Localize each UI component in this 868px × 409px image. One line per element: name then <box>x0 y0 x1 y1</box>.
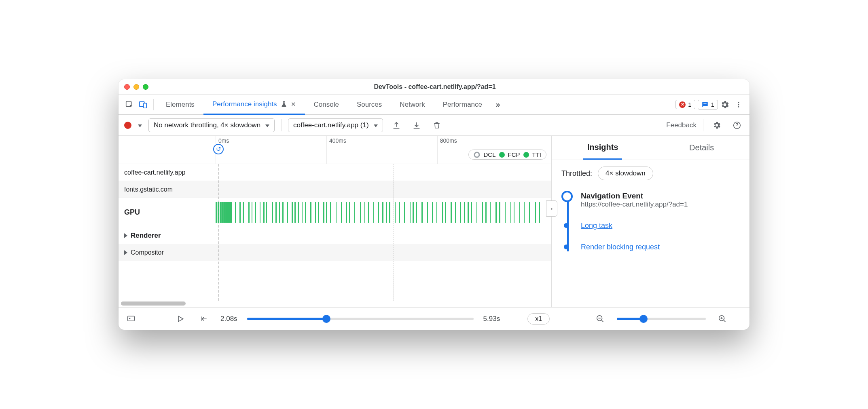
record-button[interactable] <box>124 122 131 129</box>
event-link[interactable]: Render blocking request <box>581 243 660 251</box>
zoom-slider[interactable] <box>617 318 706 320</box>
timeline-rows[interactable]: coffee-cart.netlify.app fonts.gstatic.co… <box>119 164 551 301</box>
expand-triangle-icon[interactable] <box>124 250 127 255</box>
tab-insights[interactable]: Insights <box>583 136 622 160</box>
record-options-dropdown[interactable] <box>138 122 142 129</box>
horizontal-scrollbar[interactable] <box>119 301 551 307</box>
close-tab-icon[interactable]: ✕ <box>291 101 296 108</box>
throttling-label: No network throttling, 4× slowdown <box>154 121 260 129</box>
svg-point-6 <box>738 106 739 107</box>
toggle-device-icon[interactable] <box>136 98 150 112</box>
flask-icon <box>280 100 288 108</box>
insights-event-list: Navigation Event https://coffee-cart.net… <box>561 192 740 251</box>
renderer-row[interactable]: Renderer <box>119 227 551 244</box>
svg-rect-2 <box>144 103 146 108</box>
svg-rect-3 <box>703 103 707 104</box>
marker-label: FCP <box>508 151 520 158</box>
timeline-panel: 0ms 400ms 800ms ↺ DCL FCP TTI <box>119 136 551 307</box>
settings-icon[interactable] <box>718 98 732 112</box>
panel-tabs: Elements Performance insights ✕ Console … <box>119 95 749 115</box>
tab-performance-insights[interactable]: Performance insights ✕ <box>203 95 305 115</box>
tab-console[interactable]: Console <box>305 95 348 114</box>
svg-point-8 <box>474 152 479 157</box>
expand-triangle-icon[interactable] <box>124 233 127 238</box>
network-row[interactable]: fonts.gstatic.com <box>119 181 551 198</box>
maximize-window-button[interactable] <box>143 84 148 90</box>
collapse-panel-button[interactable]: › <box>546 200 557 217</box>
panel-body: 0ms 400ms 800ms ↺ DCL FCP TTI <box>119 136 749 307</box>
ruler-tick: 800ms <box>437 136 459 164</box>
tab-details[interactable]: Details <box>685 137 718 159</box>
window-title: DevTools - coffee-cart.netlify.app/?ad=1 <box>152 83 717 91</box>
errors-badge[interactable]: ✕ 1 <box>675 100 695 109</box>
inspect-element-icon[interactable] <box>123 98 136 112</box>
messages-badge[interactable]: 1 <box>698 100 718 110</box>
svg-point-5 <box>738 104 739 105</box>
marker-dot-icon <box>523 152 529 158</box>
row-label: GPU <box>124 208 216 217</box>
network-row[interactable]: coffee-cart.netlify.app <box>119 164 551 181</box>
insights-toolbar: No network throttling, 4× slowdown coffe… <box>119 115 749 136</box>
import-icon[interactable] <box>410 118 423 132</box>
message-icon <box>701 101 709 108</box>
kebab-menu-icon[interactable] <box>732 98 745 112</box>
details-tabs: Insights Details <box>552 136 749 160</box>
feedback-link[interactable]: Feedback <box>666 121 697 129</box>
close-window-button[interactable] <box>124 84 130 90</box>
recording-select[interactable]: coffee-cart.netlify.app (1) <box>288 118 383 132</box>
play-button[interactable] <box>174 312 187 326</box>
event-url: https://coffee-cart.netlify.app/?ad=1 <box>581 200 740 209</box>
tab-elements[interactable]: Elements <box>157 95 203 114</box>
ruler-tick: 400ms <box>326 136 349 164</box>
compositor-row[interactable]: Compositor <box>119 244 551 261</box>
event-title: Navigation Event <box>581 192 740 200</box>
throttling-select[interactable]: No network throttling, 4× slowdown <box>148 118 275 132</box>
event-render-blocking[interactable]: Render blocking request <box>581 243 740 251</box>
error-icon: ✕ <box>679 101 686 108</box>
row-label: coffee-cart.netlify.app <box>124 169 216 176</box>
export-icon[interactable] <box>390 118 403 132</box>
svg-rect-9 <box>128 316 135 321</box>
tab-sources[interactable]: Sources <box>348 95 391 114</box>
event-navigation[interactable]: Navigation Event https://coffee-cart.net… <box>581 192 740 209</box>
details-panel: › Insights Details Throttled: 4× slowdow… <box>551 136 749 307</box>
marker-label: TTI <box>532 151 542 158</box>
recording-label: coffee-cart.netlify.app (1) <box>293 121 368 129</box>
tab-performance[interactable]: Performance <box>434 95 491 114</box>
zoom-out-icon[interactable] <box>593 312 607 326</box>
playback-footer: 2.08s 5.93s x1 <box>119 307 749 330</box>
svg-point-10 <box>129 318 130 319</box>
delete-icon[interactable] <box>430 118 444 132</box>
skip-start-button[interactable] <box>197 312 211 326</box>
help-icon[interactable] <box>730 118 744 132</box>
chevron-down-icon <box>374 121 378 129</box>
zoom-in-icon[interactable] <box>716 312 729 326</box>
titlebar: DevTools - coffee-cart.netlify.app/?ad=1 <box>119 79 749 95</box>
tab-network[interactable]: Network <box>391 95 434 114</box>
devtools-window: DevTools - coffee-cart.netlify.app/?ad=1… <box>119 79 749 330</box>
timing-markers: DCL FCP TTI <box>468 150 546 160</box>
throttle-value-chip[interactable]: 4× slowdown <box>598 167 653 180</box>
marker-dot-icon <box>474 152 480 158</box>
row-label: fonts.gstatic.com <box>124 186 216 193</box>
svg-point-4 <box>738 102 739 103</box>
panel-settings-icon[interactable] <box>710 118 724 132</box>
row-label: Renderer <box>131 232 212 240</box>
playhead-handle[interactable]: ↺ <box>213 144 224 154</box>
speed-pill[interactable]: x1 <box>527 313 550 325</box>
tab-label: Performance insights <box>212 100 277 108</box>
marker-label: DCL <box>483 151 495 158</box>
gpu-row[interactable]: GPU <box>119 198 551 227</box>
minimize-window-button[interactable] <box>133 84 139 90</box>
chevron-down-icon <box>265 121 269 129</box>
playback-slider[interactable] <box>247 318 474 320</box>
more-tabs-icon[interactable]: » <box>491 98 505 112</box>
traffic-lights <box>124 84 148 90</box>
event-long-task[interactable]: Long task <box>581 221 740 230</box>
timeline-row[interactable] <box>119 261 551 269</box>
timeline-ruler[interactable]: 0ms 400ms 800ms ↺ DCL FCP TTI <box>119 136 551 164</box>
event-link[interactable]: Long task <box>581 221 612 230</box>
marker-dot-icon <box>499 152 505 158</box>
toggle-view-icon[interactable] <box>124 312 138 326</box>
throttle-label: Throttled: <box>561 169 592 178</box>
